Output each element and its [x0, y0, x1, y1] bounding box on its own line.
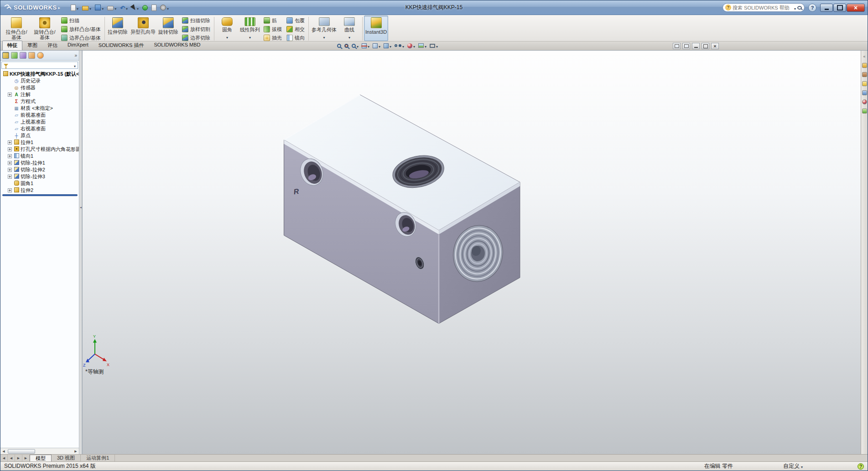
tree-item[interactable]: 打孔尺寸根据内六角花形圆柱: [1, 146, 79, 153]
tree-item[interactable]: 切除-拉伸2: [1, 166, 79, 173]
tree-item[interactable]: 传感器: [1, 84, 79, 91]
tree-item[interactable]: 拉伸1: [1, 139, 79, 146]
featuremanager-tab[interactable]: [2, 52, 9, 59]
lofted-cut-button[interactable]: 放样切割: [180, 25, 213, 33]
tab-scroll-next-button[interactable]: [15, 455, 22, 461]
extruded-cut-button[interactable]: 拉伸切除: [106, 16, 129, 41]
command-tab[interactable]: 评估: [42, 41, 62, 50]
edit-appearance-button[interactable]: [407, 41, 415, 50]
instant3d-button[interactable]: Instant3D: [364, 16, 388, 41]
curves-button[interactable]: 曲线: [338, 16, 361, 41]
bottom-tab[interactable]: 模型: [30, 455, 52, 461]
wrap-button[interactable]: 包覆: [284, 16, 307, 25]
bottom-tab[interactable]: 3D 视图: [52, 455, 81, 461]
expand-toggle[interactable]: [8, 161, 12, 165]
tree-item[interactable]: 材质 <未指定>: [1, 105, 79, 112]
tree-item[interactable]: 前视基准面: [1, 112, 79, 119]
fillet-button[interactable]: 圆角: [216, 16, 239, 41]
open-button[interactable]: [81, 3, 93, 13]
dropdown-arrow-icon[interactable]: [249, 32, 251, 41]
swept-cut-button[interactable]: 扫描切除: [180, 16, 213, 25]
dropdown-arrow-icon[interactable]: [137, 4, 139, 12]
options-button[interactable]: [159, 3, 170, 13]
expand-toggle[interactable]: [8, 147, 12, 151]
tree-filter-bar[interactable]: [1, 62, 78, 69]
tree-item[interactable]: 注解: [1, 91, 79, 98]
linear-pattern-button[interactable]: 线性阵列: [239, 16, 261, 41]
propertymanager-tab[interactable]: [11, 52, 18, 59]
3d-model[interactable]: R: [284, 95, 520, 324]
apply-scene-button[interactable]: [418, 41, 426, 50]
scroll-left-arrow-icon[interactable]: [0, 448, 7, 454]
command-tab[interactable]: 特征: [2, 41, 22, 50]
dropdown-arrow-icon[interactable]: [102, 4, 104, 12]
command-tab[interactable]: 草图: [22, 41, 42, 50]
view-settings-dropdown-arrow[interactable]: [436, 41, 438, 50]
panel-splitter[interactable]: [79, 51, 83, 454]
tree-item[interactable]: 原点: [1, 132, 79, 139]
scroll-right-arrow-icon[interactable]: [73, 448, 79, 454]
tree-item[interactable]: 上视基准面: [1, 119, 79, 125]
expand-toggle[interactable]: [8, 168, 12, 172]
graphics-viewport[interactable]: R Y X Z *等轴测: [83, 51, 861, 454]
help-button[interactable]: [808, 4, 816, 12]
panel-tabs-overflow-icon[interactable]: [74, 53, 77, 58]
previous-window-button[interactable]: [673, 43, 681, 49]
display-style-dropdown-arrow[interactable]: [390, 41, 391, 50]
close-document-button[interactable]: [711, 43, 719, 49]
command-tab[interactable]: SOLIDWORKS 插件: [94, 41, 149, 50]
tree-item[interactable]: 历史记录: [1, 78, 79, 84]
dropdown-arrow-icon[interactable]: [348, 32, 350, 41]
file-properties-button[interactable]: [150, 4, 158, 12]
view-settings-button[interactable]: [430, 41, 438, 50]
rebuild-button[interactable]: [141, 4, 149, 11]
dropdown-arrow-icon[interactable]: [114, 4, 116, 12]
tab-scroll-prev-button[interactable]: [8, 455, 15, 461]
extrude-boss-button[interactable]: 拉伸凸台/基体: [2, 16, 31, 41]
view-palette-icon[interactable]: [862, 90, 867, 95]
intersect-button[interactable]: 相交: [284, 25, 307, 33]
hole-wizard-button[interactable]: 异型孔向导: [129, 16, 157, 41]
search-input[interactable]: [733, 5, 793, 10]
rib-button[interactable]: 筋: [261, 16, 284, 25]
design-library-icon[interactable]: [862, 72, 867, 77]
reference-geometry-button[interactable]: 参考几何体: [310, 16, 338, 41]
dropdown-arrow-icon[interactable]: [323, 32, 325, 41]
dropdown-arrow-icon[interactable]: [77, 4, 78, 12]
sweep-button[interactable]: 扫描: [59, 16, 103, 25]
revolved-cut-button[interactable]: 旋转切除: [157, 16, 180, 41]
new-button[interactable]: [69, 3, 80, 13]
bottom-tab[interactable]: 运动算例1: [81, 455, 115, 461]
tree-item[interactable]: 右视基准面: [1, 125, 79, 132]
tree-item[interactable]: 圆角1: [1, 180, 79, 187]
search-icon[interactable]: [797, 6, 802, 10]
tree-horizontal-scrollbar[interactable]: [0, 448, 79, 454]
search-box[interactable]: [722, 3, 805, 12]
hide-show-items-button[interactable]: [395, 41, 404, 50]
appearances-icon[interactable]: [862, 99, 867, 104]
tree-item[interactable]: 镜向1: [1, 153, 79, 160]
draft-button[interactable]: 拔模: [261, 25, 284, 33]
zoom-area-button[interactable]: [344, 44, 348, 48]
expand-toggle[interactable]: [8, 93, 12, 97]
task-pane-expand-icon[interactable]: [863, 54, 865, 59]
dropdown-arrow-icon[interactable]: [126, 4, 128, 12]
search-dropdown-arrow[interactable]: [794, 4, 796, 12]
print-button[interactable]: [106, 3, 118, 13]
dropdown-arrow-icon[interactable]: [226, 32, 228, 41]
displaymanager-tab[interactable]: [37, 52, 44, 59]
loft-button[interactable]: 放样凸台/基体: [59, 25, 103, 33]
restore-document-button[interactable]: [702, 43, 709, 49]
view-orientation-dropdown-arrow[interactable]: [379, 41, 380, 50]
filter-dropdown-arrow[interactable]: [74, 61, 76, 69]
dropdown-arrow-icon[interactable]: [89, 4, 91, 12]
tree-item[interactable]: 拉伸2: [1, 187, 79, 194]
status-custom-dropdown-arrow[interactable]: [801, 463, 803, 470]
select-button[interactable]: [130, 3, 140, 13]
revolve-boss-button[interactable]: 旋转凸台/基体: [31, 16, 59, 41]
hide-show-items-dropdown-arrow[interactable]: [402, 41, 404, 50]
mirror-button[interactable]: 镜向: [284, 34, 307, 42]
zoom-fit-button[interactable]: [337, 44, 341, 48]
tree-item[interactable]: 切除-拉伸1: [1, 160, 79, 166]
file-explorer-icon[interactable]: [862, 81, 867, 86]
